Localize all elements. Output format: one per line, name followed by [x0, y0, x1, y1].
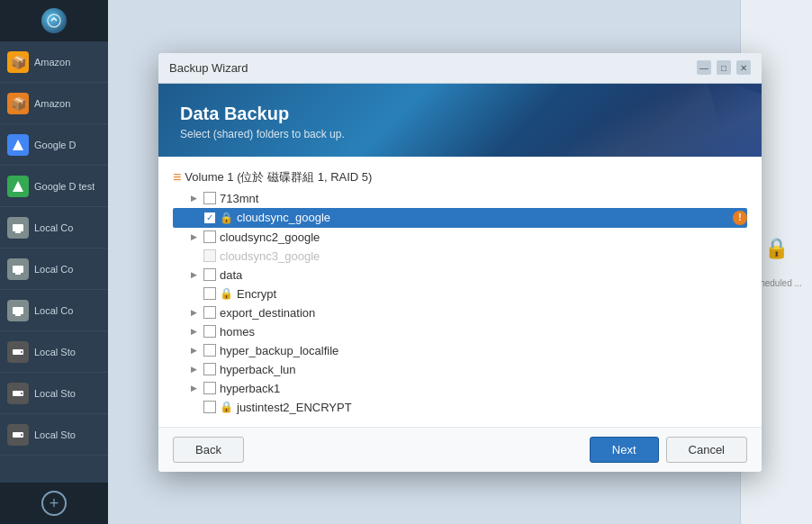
folder-name: export_destination [220, 306, 747, 320]
amazon1-icon: 📦 [7, 51, 29, 73]
expand-icon[interactable]: ▶ [187, 363, 200, 375]
amazon2-icon: 📦 [7, 93, 29, 114]
app-logo [41, 8, 67, 33]
folder-name: hyperback_lun [220, 363, 747, 376]
tree-row[interactable]: ▶ 713mnt [173, 189, 747, 208]
folder-checkbox[interactable] [203, 401, 216, 413]
tree-row[interactable]: ▶ homes [173, 322, 747, 341]
back-button[interactable]: Back [173, 437, 244, 463]
dialog-titlebar: Backup Wizard — □ ✕ [158, 53, 762, 84]
maximize-button[interactable]: □ [717, 60, 731, 75]
sidebar-item-google2[interactable]: Google D test [0, 166, 108, 207]
svg-rect-7 [13, 307, 23, 314]
folder-checkbox[interactable] [203, 287, 216, 300]
svg-marker-2 [13, 181, 23, 192]
folder-checkbox[interactable] [203, 230, 216, 243]
add-item-button[interactable]: + [0, 483, 108, 524]
sidebar-header [0, 0, 108, 41]
tree-row[interactable]: ▶ hyperback_lun [173, 360, 747, 379]
cancel-button[interactable]: Cancel [666, 437, 747, 463]
folder-tree[interactable]: ≡ Volume 1 (位於 磁碟群組 1, RAID 5) ▶ 713mnt … [158, 157, 762, 427]
svg-point-12 [21, 393, 23, 394]
tree-row[interactable]: ▶ 🔒 justintest2_ENCRYPT [173, 398, 747, 417]
expand-icon[interactable]: ▶ [187, 306, 200, 319]
localsto2-icon [7, 383, 29, 404]
backup-wizard-dialog: Backup Wizard — □ ✕ Data Backup Select (… [158, 53, 762, 472]
expand-icon[interactable]: ▶ [187, 325, 200, 338]
folder-name: cloudsync3_google [220, 249, 747, 263]
expand-icon[interactable]: ▶ [187, 382, 200, 394]
svg-rect-8 [15, 314, 21, 316]
volume-root: ≡ Volume 1 (位於 磁碟群組 1, RAID 5) [173, 166, 747, 189]
sidebar-item-amazon2[interactable]: 📦 Amazon [0, 83, 108, 124]
lock-icon: 🔒 [220, 287, 233, 300]
dialog-body: ≡ Volume 1 (位於 磁碟群組 1, RAID 5) ▶ 713mnt … [158, 157, 762, 427]
sidebar-item-localsto1[interactable]: Local Sto [0, 331, 108, 373]
svg-point-14 [21, 434, 23, 436]
folder-name: homes [220, 325, 747, 339]
folder-name: cloudsync2_google [220, 230, 747, 244]
svg-point-0 [48, 14, 60, 27]
tree-row[interactable]: ▶ hyperback1 [173, 379, 747, 398]
folder-name: hyperback1 [220, 382, 747, 395]
folder-checkbox[interactable] [203, 344, 216, 357]
sidebar-item-google1[interactable]: Google D [0, 124, 108, 166]
banner-subtitle: Select (shared) folders to back up. [180, 128, 740, 140]
sidebar-item-local1[interactable]: Local Co [0, 207, 108, 248]
tree-row[interactable]: ▶ cloudsync2_google [173, 228, 747, 247]
folder-checkbox[interactable] [203, 363, 216, 375]
local2-icon [7, 258, 29, 280]
folder-checkbox[interactable] [203, 192, 216, 204]
dialog-title: Backup Wizard [169, 61, 248, 75]
tree-row[interactable]: ▶ export_destination [173, 303, 747, 322]
dialog-banner: Data Backup Select (shared) folders to b… [158, 84, 762, 157]
sidebar-item-localsto3[interactable]: Local Sto [0, 414, 108, 456]
folder-checkbox[interactable] [203, 306, 216, 319]
folder-checkbox [203, 249, 216, 262]
svg-point-10 [21, 351, 23, 353]
localsto3-icon [7, 424, 29, 446]
expand-icon[interactable]: ▶ [187, 192, 200, 204]
google1-icon [7, 134, 29, 156]
footer-right-buttons: Next Cancel [590, 437, 747, 463]
add-icon: + [41, 491, 67, 516]
tree-row: ▶ cloudsync3_google [173, 247, 747, 266]
tree-row[interactable]: ▶ 🔒 Encrypt [173, 285, 747, 303]
local1-icon [7, 217, 29, 239]
google2-icon [7, 176, 29, 197]
close-button[interactable]: ✕ [736, 60, 751, 75]
folder-name: Encrypt [237, 287, 747, 301]
tree-row[interactable]: ▶ ✓ 🔒 cloudsync_google ! [173, 208, 747, 228]
svg-rect-5 [13, 266, 23, 273]
folder-checkbox[interactable]: ✓ [203, 212, 216, 224]
volume-icon: ≡ [173, 169, 181, 185]
folder-name: hyper_backup_localfile [220, 344, 747, 357]
lock-icon: 🔒 [220, 401, 233, 413]
tree-row[interactable]: ▶ data [173, 266, 747, 285]
minimize-button[interactable]: — [697, 60, 711, 75]
sidebar-item-localsto2[interactable]: Local Sto [0, 373, 108, 414]
folder-checkbox[interactable] [203, 382, 216, 394]
tree-row[interactable]: ▶ hyper_backup_localfile [173, 341, 747, 360]
svg-marker-1 [13, 140, 23, 150]
folder-checkbox[interactable] [203, 325, 216, 338]
next-button[interactable]: Next [590, 437, 659, 463]
lock-icon: 🔒 [220, 212, 233, 224]
sidebar-item-amazon1[interactable]: 📦 Amazon [0, 41, 108, 83]
sidebar: 📦 Amazon 📦 Amazon Google D Google D test… [0, 0, 108, 524]
folder-checkbox[interactable] [203, 268, 216, 281]
sidebar-item-local3[interactable]: Local Co [0, 290, 108, 331]
banner-title: Data Backup [180, 104, 740, 124]
folder-name: cloudsync_google [237, 211, 729, 224]
svg-rect-4 [15, 231, 21, 233]
main-area: 🔒 scheduled ... Backup Wizard — □ ✕ Data… [108, 0, 812, 524]
folder-name: justintest2_ENCRYPT [237, 401, 747, 414]
expand-icon[interactable]: ▶ [187, 344, 200, 357]
expand-icon[interactable]: ▶ [187, 230, 200, 243]
svg-rect-6 [15, 273, 21, 275]
sidebar-item-local2[interactable]: Local Co [0, 248, 108, 290]
titlebar-controls: — □ ✕ [697, 60, 751, 75]
dialog-footer: Back Next Cancel [158, 427, 762, 472]
svg-rect-3 [13, 224, 23, 231]
expand-icon[interactable]: ▶ [187, 268, 200, 281]
